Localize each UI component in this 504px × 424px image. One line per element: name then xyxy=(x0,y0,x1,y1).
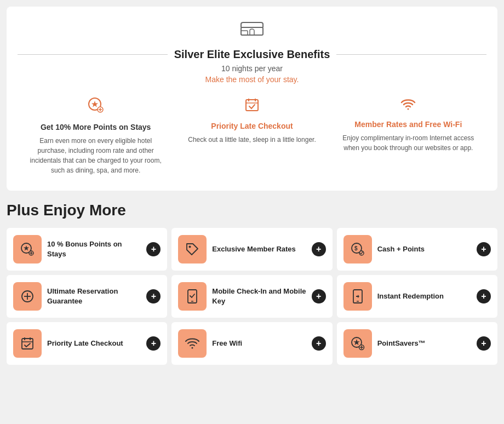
free-wifi-icon xyxy=(178,329,207,358)
wifi-icon xyxy=(339,97,478,114)
member-rates-icon xyxy=(178,235,207,263)
priority-checkout-icon xyxy=(13,329,42,358)
mobile-checkin-icon xyxy=(178,282,207,311)
reservation-label: Ultimate Reservation Guarantee xyxy=(47,287,141,306)
svg-point-30 xyxy=(192,347,193,349)
instant-redemption-expand[interactable]: + xyxy=(477,289,491,303)
benefit-points-stays: Get 10% More Points on Stays Earn even m… xyxy=(18,97,174,175)
mobile-checkin-expand[interactable]: + xyxy=(312,289,326,303)
list-item: PointSavers™ + xyxy=(337,322,497,365)
subtitle-make: Make the most of your stay. xyxy=(18,75,486,84)
list-item: Priority Late Checkout + xyxy=(7,322,167,365)
hotel-icon xyxy=(18,20,486,42)
star-plus-icon xyxy=(26,97,165,117)
instant-redemption-label: Instant Redemption xyxy=(377,291,471,301)
reservation-icon xyxy=(13,282,42,311)
benefit-late-checkout: Priority Late Checkout Check out a littl… xyxy=(174,97,330,175)
priority-checkout-expand[interactable]: + xyxy=(146,336,161,351)
bonus-points-icon xyxy=(13,235,42,263)
pointsavers-label: PointSavers™ xyxy=(377,339,471,348)
svg-point-15 xyxy=(189,246,191,248)
plus-section: Plus Enjoy More 10 % Bonus Points on Sta… xyxy=(0,191,504,374)
svg-point-10 xyxy=(408,108,409,110)
svg-text:$: $ xyxy=(354,245,358,251)
member-rates-label: Exclusive Member Rates xyxy=(212,244,306,254)
cash-points-label: Cash + Points xyxy=(377,244,471,254)
list-item: $ Cash + Points + xyxy=(337,228,497,271)
list-item: 10 % Bonus Points on Stays + xyxy=(7,228,167,271)
list-item: Instant Redemption + xyxy=(337,275,497,318)
benefit-title-1: Get 10% More Points on Stays xyxy=(26,123,165,131)
list-item: Free Wifi + xyxy=(171,322,332,365)
cash-points-icon: $ xyxy=(343,235,372,263)
title-row: Silver Elite Exclusive Benefits xyxy=(18,48,486,61)
list-item: Exclusive Member Rates + xyxy=(171,228,332,271)
bonus-points-expand[interactable]: + xyxy=(146,242,161,256)
divider-right xyxy=(336,54,486,55)
list-item: Ultimate Reservation Guarantee + xyxy=(7,275,167,318)
free-wifi-expand[interactable]: + xyxy=(312,336,326,351)
cash-points-expand[interactable]: + xyxy=(477,242,491,256)
benefits-row: Get 10% More Points on Stays Earn even m… xyxy=(18,97,486,175)
benefit-desc-2: Check out a little late, sleep in a litt… xyxy=(182,135,321,145)
priority-checkout-label: Priority Late Checkout xyxy=(47,339,141,348)
reservation-expand[interactable]: + xyxy=(146,289,161,303)
plus-title: Plus Enjoy More xyxy=(7,202,497,219)
benefits-grid: 10 % Bonus Points on Stays + Exclusive M… xyxy=(7,228,497,365)
card-title: Silver Elite Exclusive Benefits xyxy=(174,48,330,61)
member-rates-expand[interactable]: + xyxy=(312,242,326,256)
svg-rect-1 xyxy=(241,31,248,35)
benefit-desc-1: Earn even more on every eligible hotel p… xyxy=(26,136,165,175)
pointsavers-expand[interactable]: + xyxy=(477,336,491,351)
list-item: Mobile Check-In and Mobile Key + xyxy=(171,275,332,318)
benefit-member-rates: Member Rates and Free Wi-Fi Enjoy compli… xyxy=(330,97,486,175)
divider-left xyxy=(18,54,168,55)
instant-redemption-icon xyxy=(343,282,372,311)
svg-rect-0 xyxy=(241,27,263,35)
svg-rect-26 xyxy=(22,339,33,349)
benefit-title-2: Priority Late Checkout xyxy=(182,122,321,130)
silver-elite-card: Silver Elite Exclusive Benefits 10 night… xyxy=(7,7,497,191)
free-wifi-label: Free Wifi xyxy=(212,339,306,348)
pointsavers-icon xyxy=(343,329,372,358)
calendar-icon xyxy=(182,97,321,116)
subtitle-nights: 10 nights per year xyxy=(18,64,486,73)
svg-rect-6 xyxy=(246,100,258,111)
mobile-checkin-label: Mobile Check-In and Mobile Key xyxy=(212,287,306,306)
benefit-title-3: Member Rates and Free Wi-Fi xyxy=(339,120,478,129)
bonus-points-label: 10 % Bonus Points on Stays xyxy=(47,239,141,259)
benefit-desc-3: Enjoy complimentary in-room Internet acc… xyxy=(339,133,478,153)
